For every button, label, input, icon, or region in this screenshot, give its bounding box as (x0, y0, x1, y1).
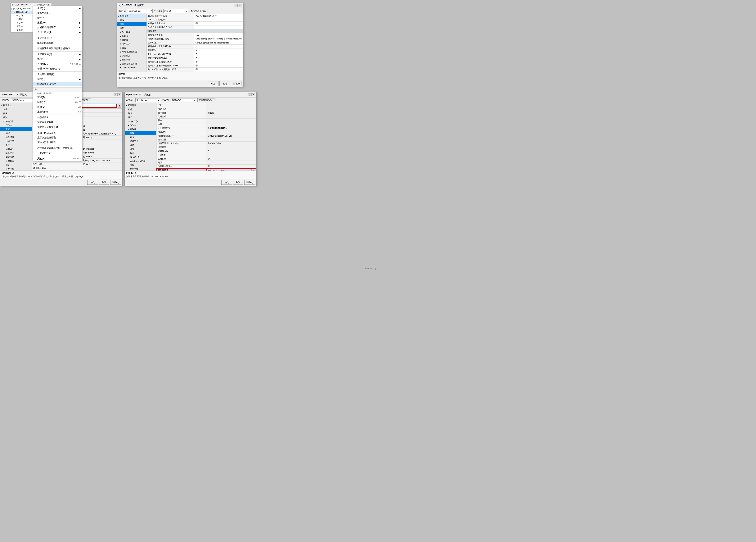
tree-br-linker-all[interactable]: 所有选项 (125, 167, 156, 170)
tree-bl-general[interactable]: 常规 (0, 107, 32, 111)
tree-bl-cpp[interactable]: ▼C/C++ (0, 123, 32, 127)
menu-item-reload-sol[interactable]: 重封闭解决方案(S) (33, 130, 82, 135)
menu-item-debug[interactable]: 调试(G)▶ (33, 77, 82, 82)
tree-bl-cpp-browse[interactable]: 浏览信息 (0, 155, 32, 159)
menu-item-remove[interactable]: 移除(V)Del (33, 105, 82, 109)
tree-br-linker[interactable]: ▼链接器 (125, 127, 156, 131)
menu-item-analyze[interactable]: 分析和代码清理(Z)▶ (33, 25, 82, 30)
menu-item-scope[interactable]: 限制为此范围(S) (33, 40, 82, 45)
tree-general[interactable]: 常规 (117, 18, 146, 22)
tree-bl-cpp-adv[interactable]: 高级 (0, 163, 32, 167)
tree-xml-doc[interactable]: ▶XML 文档生成器 (117, 50, 146, 54)
menu-item-retarget[interactable]: 重定向项目(R) (33, 36, 82, 40)
tree-br-linker-winmd[interactable]: Windows 元数据 (125, 159, 156, 163)
tree-br-linker-input[interactable]: 输入 (125, 135, 156, 139)
tree-br-cpp[interactable]: ▶C/C++ (125, 123, 156, 127)
cancel-btn-bl[interactable]: 取消 (99, 180, 109, 185)
tree-cpp[interactable]: ▶C/C++ (117, 34, 146, 38)
tree-br-advanced[interactable]: 高级 (125, 111, 156, 115)
help-btn-br[interactable]: ? (248, 93, 251, 96)
tree-br-linker-system[interactable]: 系统 (125, 147, 156, 151)
cancel-btn-tr[interactable]: 取消 (219, 81, 230, 86)
ok-btn-tr[interactable]: 确定 (208, 81, 218, 86)
tree-config-props[interactable]: ▼ 配置属性 (117, 14, 146, 18)
menu-item-properties[interactable]: 属性(R)Alt+Enter (33, 156, 82, 161)
ok-btn-br[interactable]: 确定 (221, 180, 232, 185)
config-select-tr[interactable]: 活动(Debug) (128, 9, 153, 13)
tree-linker[interactable]: ▶链接器 (117, 38, 146, 42)
config-select-bl[interactable]: 活动(Debug) (11, 98, 36, 102)
config-select-br[interactable]: 活动(Debug) (135, 98, 160, 102)
close-btn-br[interactable]: ✕ (251, 93, 255, 96)
menu-item-clear-errors[interactable]: 清除浏览数据错误 (33, 140, 82, 145)
menu-item-rebuild[interactable]: 重新生成(E) (33, 11, 82, 16)
menu-item-open-debug[interactable]: 在调试时打开 (33, 150, 82, 155)
menu-item-load-direct[interactable]: 加载直接依赖项 (33, 120, 82, 125)
config-manager-btn-br[interactable]: 配置管理器(O)... (197, 98, 215, 102)
menu-item-paste[interactable]: 粘贴(P)Ctrl+V (33, 100, 82, 105)
tree-bl-cpp-output[interactable]: 输出文件 (0, 151, 32, 155)
menu-item-sol-resource-mgr[interactable]: 解决方案资源管理 (33, 82, 82, 86)
tree-br-linker-idl[interactable]: 嵌入的 IDL (125, 155, 156, 159)
menu-item-cut[interactable]: 剪切(T)Ctrl+X (33, 95, 82, 100)
tree-br-linker-debug[interactable]: 调试 (125, 143, 156, 147)
tree-br-linker-general[interactable]: 常规 (125, 131, 156, 135)
platform-select-br[interactable]: 活动(x64) (171, 98, 196, 102)
ok-btn-bl[interactable]: 确定 (87, 180, 98, 185)
menu-item-add[interactable]: 添加(D)▶ (33, 57, 82, 61)
tree-manifest[interactable]: ▶清单工具 (117, 42, 146, 46)
tree-bl-vcdirs[interactable]: VC++ 目录 (0, 119, 32, 123)
menu-item-open-folder[interactable]: 在文件浏览管理器中打开支持夹(X) (33, 146, 82, 150)
lib-dir-dropdown[interactable]: ▼ (251, 169, 255, 170)
apply-btn-br[interactable]: 应用(A) (244, 180, 255, 185)
menu-item-build[interactable]: 生成(U)▶ (33, 6, 82, 11)
tree-bl-cpp-lang[interactable]: 语言 (0, 143, 32, 147)
tree-bl-cpp-general[interactable]: 常规 (0, 127, 32, 131)
tree-br-linker-adv[interactable]: 高级 (125, 163, 156, 167)
tree-bl-cpp-prep[interactable]: 预处理器 (0, 135, 32, 139)
tree-browse[interactable]: ▶浏览信息 (117, 54, 146, 58)
include-dir-dropdown[interactable]: ▼ (118, 104, 121, 108)
tree-bl-cpp-opt[interactable]: 优化 (0, 131, 32, 135)
config-manager-btn-tr[interactable]: 配置管理器(O)... (190, 9, 208, 13)
menu-item-project-only[interactable]: 仅用于项目(J)▶ (33, 30, 82, 35)
menu-item-new-sol-view[interactable]: 新建解决方案资源管理器视图(N) (33, 46, 82, 51)
menu-item-nuget[interactable]: 管理 NuGet 程序包(N)... (33, 66, 82, 71)
tree-advanced-tr[interactable]: 高级 (117, 22, 146, 26)
tree-bl-cpp-pch[interactable]: 预编译头 (0, 147, 32, 151)
tree-vc-dirs[interactable]: VC++ 目录 (117, 30, 146, 34)
menu-item-class-wizard[interactable]: 类向导(Z)...Ctrl+Shift+X (33, 61, 82, 66)
tree-code-analysis[interactable]: ▶Code Analysis (117, 66, 146, 69)
tree-br-config[interactable]: ▼配置属性 (125, 103, 156, 107)
tree-br-linker-opt[interactable]: 优化 (125, 151, 156, 155)
menu-item-view[interactable]: 查看(W)▶ (33, 20, 82, 25)
help-btn-tr[interactable]: ? (234, 4, 238, 7)
br-prop-libdirs[interactable]: 附加库目录 /scuimage_x86/lib ▼ (156, 168, 256, 170)
tree-br-linker-manifest[interactable]: 清单文件 (125, 139, 156, 143)
apply-btn-bl[interactable]: 应用(A) (110, 180, 121, 185)
close-btn-bl[interactable]: ✕ (117, 93, 121, 96)
tree-bl-config[interactable]: ▼ 配置属性 (0, 103, 32, 107)
platform-select-tr[interactable]: 活动(x64) (163, 9, 188, 13)
tree-resource[interactable]: ▶资源 (117, 46, 146, 50)
tree-br-general[interactable]: 常规 (125, 107, 156, 111)
tree-br-vcdirs[interactable]: VC++ 目录 (125, 119, 156, 123)
tree-bl-cpp-all[interactable]: 所有选项 (0, 167, 32, 170)
apply-btn-tr[interactable]: 应用(A) (231, 81, 241, 86)
tree-build-events[interactable]: ▶生成事件 (117, 58, 146, 62)
menu-item-unload[interactable]: 卸载项目(L) (33, 115, 82, 120)
tree-bl-debug[interactable]: 调试 (0, 115, 32, 119)
tree-bl-cpp-ext[interactable]: 外部包含 (0, 159, 32, 163)
menu-item-build-deps[interactable]: 生成依赖项(B)▶ (33, 52, 82, 57)
menu-item-clean[interactable]: 清理(N) (33, 16, 82, 20)
tree-bl-cpp-code[interactable]: 代码生成 (0, 139, 32, 143)
tree-bl-advanced[interactable]: 高级 (0, 111, 32, 115)
menu-item-load-all[interactable]: 加载整个依赖关系树 (33, 125, 82, 129)
close-btn-tr[interactable]: ✕ (238, 4, 241, 7)
tree-custom-build[interactable]: ▶自定义生成步骤 (117, 62, 146, 66)
menu-item-rename[interactable]: 重命名(M)F2 (33, 109, 82, 114)
tree-debug-tr[interactable]: 调试 (117, 26, 146, 30)
menu-item-startup[interactable]: 设为启动项目(A) (33, 72, 82, 77)
help-btn-bl[interactable]: ? (114, 93, 117, 96)
cancel-btn-br[interactable]: 取消 (233, 180, 243, 185)
